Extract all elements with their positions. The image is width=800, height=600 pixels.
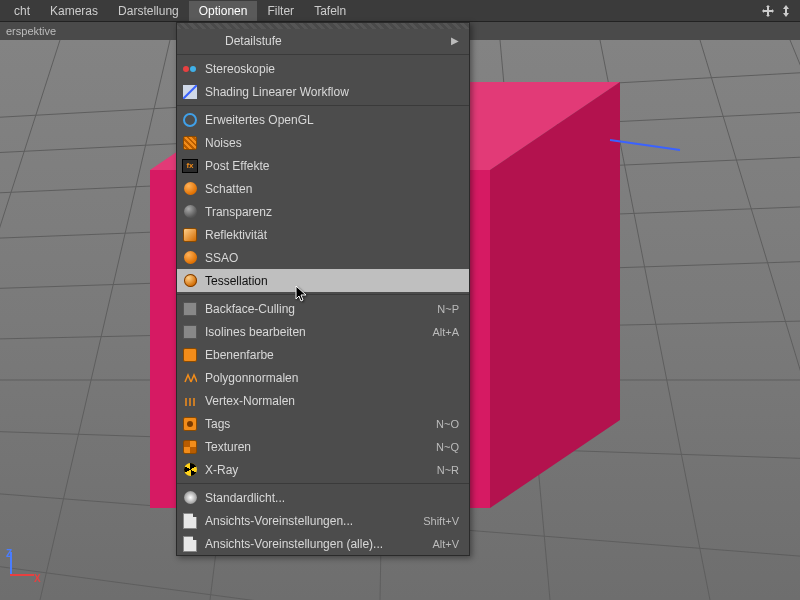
menu-item-label: SSAO (205, 251, 459, 265)
menu-item-label: Ansichts-Voreinstellungen... (205, 514, 415, 528)
menu-item-label: Post Effekte (205, 159, 459, 173)
options-dropdown: Detailstufe▶StereoskopieShading Linearer… (176, 22, 470, 556)
viewport-label: erspektive (6, 25, 56, 37)
menu-item-reflektivit-t[interactable]: Reflektivität (177, 223, 469, 246)
lite-icon (181, 489, 199, 507)
menu-cameras[interactable]: Kameras (40, 1, 108, 21)
svg-point-23 (190, 66, 196, 72)
menu-item-label: Reflektivität (205, 228, 459, 242)
refl-icon (181, 226, 199, 244)
sq-icon (181, 346, 199, 364)
menu-item-ansichts-voreinstellungen[interactable]: Ansichts-Voreinstellungen...Shift+V (177, 509, 469, 532)
menu-panels[interactable]: Tafeln (304, 1, 356, 21)
menu-item-label: Erweitertes OpenGL (205, 113, 459, 127)
menu-item-transparenz[interactable]: Transparenz (177, 200, 469, 223)
menu-item-post-effekte[interactable]: fxPost Effekte (177, 154, 469, 177)
menu-item-vertex-normalen[interactable]: Vertex-Normalen (177, 389, 469, 412)
doc-icon (181, 512, 199, 530)
cube-icon (181, 300, 199, 318)
svg-point-22 (183, 66, 189, 72)
menu-separator (177, 483, 469, 484)
menu-item-tags[interactable]: TagsN~O (177, 412, 469, 435)
menubar: cht Kameras Darstellung Optionen Filter … (0, 0, 800, 22)
stereo-icon (181, 60, 199, 78)
menu-item-tessellation[interactable]: Tessellation (177, 269, 469, 292)
menu-item-ebenenfarbe[interactable]: Ebenenfarbe (177, 343, 469, 366)
tag-icon (181, 415, 199, 433)
ball-icon (181, 249, 199, 267)
menu-item-label: Vertex-Normalen (205, 394, 459, 408)
menu-item-shortcut: N~R (437, 464, 459, 476)
menu-item-label: Texturen (205, 440, 428, 454)
menu-separator (177, 294, 469, 295)
grey-icon (181, 203, 199, 221)
menu-item-label: X-Ray (205, 463, 429, 477)
menu-item-erweitertes-opengl[interactable]: Erweitertes OpenGL (177, 108, 469, 131)
menu-item-stereoskopie[interactable]: Stereoskopie (177, 57, 469, 80)
menu-item-shortcut: N~Q (436, 441, 459, 453)
fx-icon: fx (181, 157, 199, 175)
ball-icon (181, 180, 199, 198)
menu-item-shortcut: Alt+V (432, 538, 459, 550)
menu-item-label: Tessellation (205, 274, 459, 288)
vert-icon (181, 392, 199, 410)
menu-item-isolines-bearbeiten[interactable]: Isolines bearbeitenAlt+A (177, 320, 469, 343)
menu-item-texturen[interactable]: TexturenN~Q (177, 435, 469, 458)
svg-point-26 (184, 114, 196, 126)
axis-x-label: X (34, 573, 41, 584)
menu-item-label: Isolines bearbeiten (205, 325, 424, 339)
menu-filter[interactable]: Filter (257, 1, 304, 21)
submenu-arrow-icon: ▶ (451, 35, 459, 46)
none-icon (201, 32, 219, 50)
menu-item-label: Ansichts-Voreinstellungen (alle)... (205, 537, 424, 551)
menu-item-x-ray[interactable]: X-RayN~R (177, 458, 469, 481)
menu-item-shading-linearer-workflow[interactable]: Shading Linearer Workflow (177, 80, 469, 103)
menu-display[interactable]: Darstellung (108, 1, 189, 21)
cube-icon (181, 323, 199, 341)
shade-icon (181, 83, 199, 101)
menu-item-shortcut: Shift+V (423, 515, 459, 527)
poly-icon (181, 369, 199, 387)
menu-item-backface-culling[interactable]: Backface-CullingN~P (177, 297, 469, 320)
menu-item-label: Stereoskopie (205, 62, 459, 76)
tess-icon (181, 272, 199, 290)
menu-item-label: Backface-Culling (205, 302, 429, 316)
rad-icon (181, 461, 199, 479)
menu-item-ssao[interactable]: SSAO (177, 246, 469, 269)
menu-item-label: Shading Linearer Workflow (205, 85, 459, 99)
zoom-icon[interactable] (778, 3, 794, 19)
menu-item-label: Transparenz (205, 205, 459, 219)
ogl-icon (181, 111, 199, 129)
menu-separator (177, 54, 469, 55)
menu-item-shortcut: N~P (437, 303, 459, 315)
viewport-nav-icons (760, 3, 800, 19)
menu-view[interactable]: cht (4, 1, 40, 21)
noise-icon (181, 134, 199, 152)
menu-item-label: Polygonnormalen (205, 371, 459, 385)
menu-item-label: Standardlicht... (205, 491, 459, 505)
menu-item-schatten[interactable]: Schatten (177, 177, 469, 200)
menu-item-ansichts-voreinstellungen-alle[interactable]: Ansichts-Voreinstellungen (alle)...Alt+V (177, 532, 469, 555)
menu-item-shortcut: Alt+A (432, 326, 459, 338)
menu-separator (177, 105, 469, 106)
menu-item-polygonnormalen[interactable]: Polygonnormalen (177, 366, 469, 389)
tex-icon (181, 438, 199, 456)
pan-icon[interactable] (760, 3, 776, 19)
menu-item-label: Tags (205, 417, 428, 431)
menu-item-shortcut: N~O (436, 418, 459, 430)
axis-gizmo: Z X (6, 548, 52, 594)
svg-line-21 (610, 140, 680, 150)
menu-item-label: Detailstufe (225, 34, 451, 48)
menu-item-noises[interactable]: Noises (177, 131, 469, 154)
menu-item-label: Ebenenfarbe (205, 348, 459, 362)
axis-z-label: Z (6, 548, 12, 559)
doc-icon (181, 535, 199, 553)
menu-item-label: Schatten (205, 182, 459, 196)
menu-item-standardlicht[interactable]: Standardlicht... (177, 486, 469, 509)
menu-item-detailstufe[interactable]: Detailstufe▶ (177, 29, 469, 52)
menu-options[interactable]: Optionen (189, 1, 258, 21)
menu-item-label: Noises (205, 136, 459, 150)
